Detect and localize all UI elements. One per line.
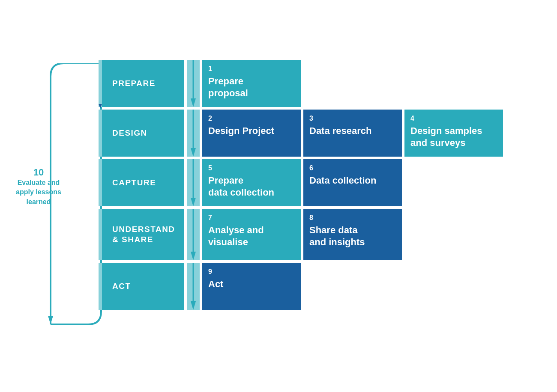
empty-r3c5 (404, 159, 503, 206)
step-5-label: Preparedata collection (208, 175, 295, 198)
step-6: 6 Data collection (303, 159, 402, 206)
arrow-row1 (187, 60, 200, 107)
step-4: 4 Design samplesand surveys (404, 110, 503, 157)
step-8: 8 Share dataand insights (303, 209, 402, 260)
arrow-row4 (187, 209, 200, 260)
step-4-label: Design samplesand surveys (410, 125, 497, 148)
step-9: 9 Act (202, 263, 301, 310)
phase-act: ACT (99, 263, 184, 310)
svg-marker-3 (48, 316, 53, 324)
step-8-number: 8 (309, 214, 396, 222)
step-3-label: Data research (309, 125, 396, 137)
svg-marker-5 (191, 98, 196, 107)
phase-understand: UNDERSTAND& SHARE (99, 209, 184, 260)
step-2: 2 Design Project (202, 110, 301, 157)
step-9-label: Act (208, 278, 295, 290)
svg-marker-7 (191, 148, 196, 157)
phase-design: DESIGN (99, 110, 184, 157)
step-7-label: Analyse andvisualise (208, 224, 295, 248)
step-4-number: 4 (410, 115, 497, 122)
arrow-row5 (187, 263, 200, 310)
step-5: 5 Preparedata collection (202, 159, 301, 206)
arrow-row2 (187, 110, 200, 157)
step-6-number: 6 (309, 164, 396, 172)
step-7: 7 Analyse andvisualise (202, 209, 301, 260)
step-1-number: 1 (208, 65, 295, 73)
svg-marker-11 (191, 252, 196, 260)
step-5-number: 5 (208, 164, 295, 172)
arrow-row3 (187, 159, 200, 206)
step-9-number: 9 (208, 268, 295, 276)
svg-marker-9 (191, 198, 196, 206)
empty-r5c4 (303, 263, 402, 310)
svg-marker-13 (191, 301, 196, 310)
empty-r5c5 (404, 263, 503, 310)
phase-prepare: PREPARE (99, 60, 184, 107)
phase-capture: CAPTURE (99, 159, 184, 206)
step-7-number: 7 (208, 214, 295, 222)
feedback-text: Evaluate and apply lessons learned (13, 178, 64, 207)
step-2-number: 2 (208, 115, 295, 122)
empty-r1c5 (404, 60, 503, 107)
empty-r1c4 (303, 60, 402, 107)
feedback-label: 10 Evaluate and apply lessons learned (13, 167, 64, 207)
empty-r4c5 (404, 209, 503, 260)
step-1-label: Prepareproposal (208, 75, 295, 99)
step-2-label: Design Project (208, 125, 295, 137)
step-6-label: Data collection (309, 175, 396, 187)
step-8-label: Share dataand insights (309, 224, 396, 248)
step-3: 3 Data research (303, 110, 402, 157)
step-1: 1 Prepareproposal (202, 60, 301, 107)
step-3-number: 3 (309, 115, 396, 122)
feedback-number: 10 (13, 167, 64, 178)
